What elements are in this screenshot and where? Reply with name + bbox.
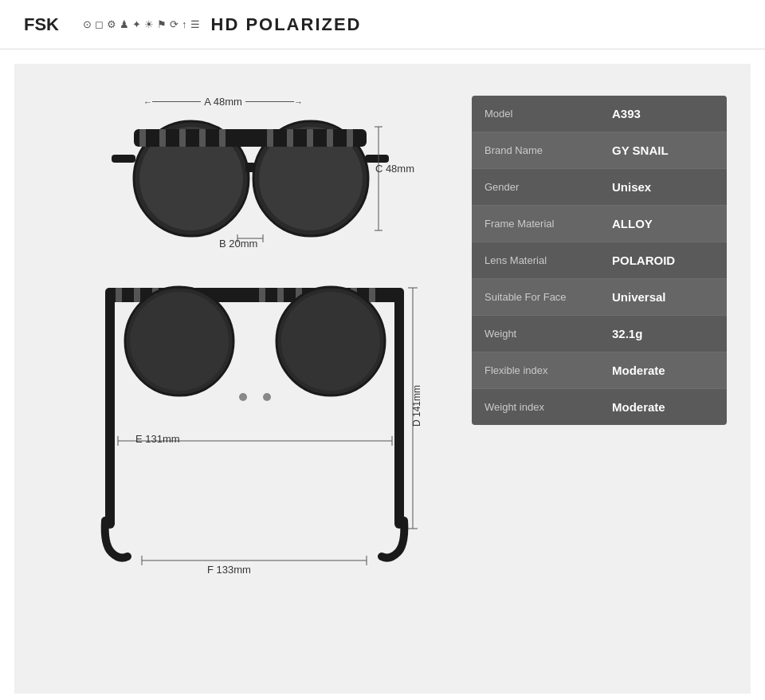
spec-value: Universal (599, 279, 727, 315)
spec-row: Lens MaterialPOLAROID (472, 242, 727, 279)
brand-logo: FSK (24, 14, 59, 35)
spec-value: GY SNAIL (599, 132, 727, 168)
spec-row: GenderUnisex (472, 169, 727, 206)
header: FSK ⊙ ◻ ⚙ ♟ ✦ ☀ ⚑ ⟳ ↑ ☰ HD POLARIZED (0, 0, 765, 49)
svg-rect-7 (112, 155, 135, 163)
icon-5: ✦ (132, 18, 141, 30)
svg-rect-11 (179, 129, 186, 147)
svg-rect-12 (199, 129, 206, 147)
spec-label: Gender (472, 170, 599, 204)
svg-rect-13 (219, 129, 226, 147)
spec-value: Unisex (599, 169, 727, 205)
activity-icons: ⊙ ◻ ⚙ ♟ ✦ ☀ ⚑ ⟳ ↑ ☰ (83, 18, 200, 30)
main-content: ← A 48mm → (14, 64, 751, 694)
icon-1: ⊙ (83, 18, 92, 30)
glasses-top-svg (96, 107, 406, 254)
svg-rect-17 (327, 129, 333, 147)
diagram-area: ← A 48mm → (38, 88, 472, 670)
svg-rect-34 (277, 288, 284, 302)
svg-rect-26 (394, 289, 404, 529)
spec-row: Brand NameGY SNAIL (472, 132, 727, 169)
svg-point-45 (263, 393, 271, 401)
spec-row: Frame MaterialALLOY (472, 206, 727, 242)
spec-label: Weight (472, 317, 599, 351)
dimension-b-label: B 20mm (219, 238, 257, 250)
spec-label: Frame Material (472, 206, 599, 241)
icon-3: ⚙ (107, 18, 116, 30)
svg-point-44 (239, 393, 247, 401)
svg-point-43 (281, 292, 380, 391)
spec-row: ModelA393 (472, 96, 727, 132)
icon-9: ↑ (182, 18, 187, 30)
spec-value: A393 (599, 96, 727, 132)
spec-value: POLAROID (599, 242, 727, 278)
spec-label: Flexible index (472, 353, 599, 387)
svg-rect-28 (116, 288, 122, 302)
icon-4: ♟ (120, 18, 129, 30)
svg-rect-33 (259, 288, 265, 302)
svg-rect-8 (365, 155, 389, 163)
svg-rect-18 (347, 129, 353, 147)
svg-rect-4 (134, 129, 257, 147)
spec-row: Suitable For FaceUniversal (472, 279, 727, 316)
glasses-bottom-svg (88, 273, 422, 576)
icon-8: ⟳ (170, 18, 178, 30)
svg-rect-16 (307, 129, 313, 147)
spec-row: Flexible indexModerate (472, 352, 727, 389)
svg-rect-15 (287, 129, 293, 147)
dimension-c-label: C 48mm (375, 163, 414, 175)
spec-row: Weight32.1g (472, 316, 727, 352)
dimension-d-label: D 141mm (411, 385, 422, 427)
spec-label: Brand Name (472, 133, 599, 167)
dimension-a: ← A 48mm → (143, 96, 303, 108)
spec-label: Model (472, 96, 599, 131)
svg-rect-10 (159, 129, 166, 147)
spec-value: Moderate (599, 389, 727, 425)
hd-polarized-label: HD POLARIZED (211, 14, 362, 35)
icon-10: ☰ (190, 18, 200, 30)
svg-rect-6 (245, 163, 255, 172)
svg-rect-39 (369, 288, 375, 302)
svg-rect-14 (267, 129, 273, 147)
spec-value: Moderate (599, 352, 727, 388)
dimension-f-label: F 133mm (207, 564, 251, 576)
svg-rect-25 (105, 289, 115, 529)
glasses-bottom-diagram: E 131mm D 141mm F 133mm (88, 273, 422, 580)
icon-6: ☀ (144, 18, 154, 30)
spec-table: ModelA393Brand NameGY SNAILGenderUnisexF… (472, 96, 727, 425)
spec-value: 32.1g (599, 316, 727, 352)
svg-rect-29 (134, 288, 140, 302)
spec-label: Weight index (472, 390, 599, 424)
svg-point-41 (130, 292, 229, 391)
svg-rect-9 (139, 129, 146, 147)
spec-value: ALLOY (599, 206, 727, 242)
spec-row: Weight indexModerate (472, 389, 727, 425)
spec-label: Lens Material (472, 243, 599, 277)
spec-label: Suitable For Face (472, 280, 599, 314)
icon-7: ⚑ (157, 18, 167, 30)
dimension-e-label: E 131mm (135, 433, 180, 445)
icon-2: ◻ (95, 18, 104, 30)
